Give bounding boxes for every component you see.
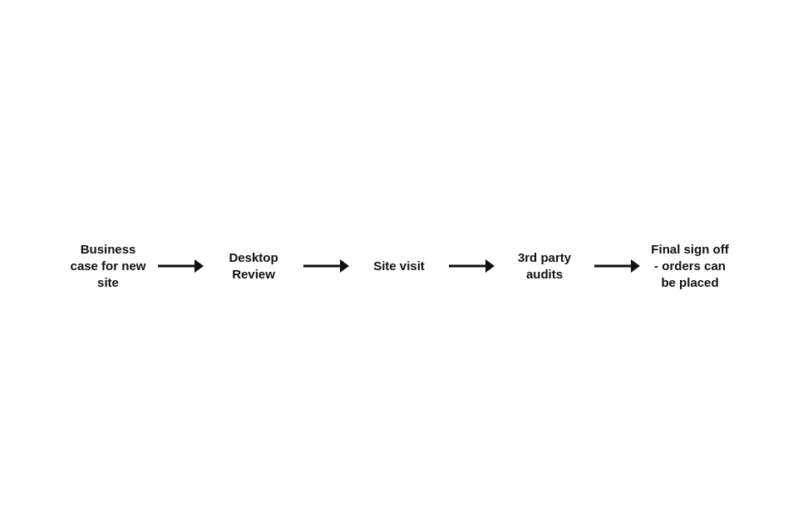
step-4-label: 3rd party audits <box>503 249 586 283</box>
main-canvas: Business case for new site Desktop Revie… <box>0 0 798 532</box>
arrow-2 <box>303 257 349 275</box>
svg-marker-3 <box>340 259 349 273</box>
svg-marker-1 <box>195 259 204 273</box>
svg-marker-7 <box>631 259 640 273</box>
arrow-3 <box>449 257 495 275</box>
arrow-4 <box>594 257 640 275</box>
step-3-label: Site visit <box>357 258 441 274</box>
arrow-1 <box>158 257 204 275</box>
svg-marker-5 <box>485 259 495 273</box>
step-5-label: Final sign off - orders can be placed <box>648 241 732 292</box>
step-2-label: Desktop Review <box>212 249 295 283</box>
step-1-label: Business case for new site <box>66 241 150 292</box>
flow-diagram: Business case for new site Desktop Revie… <box>66 241 732 292</box>
